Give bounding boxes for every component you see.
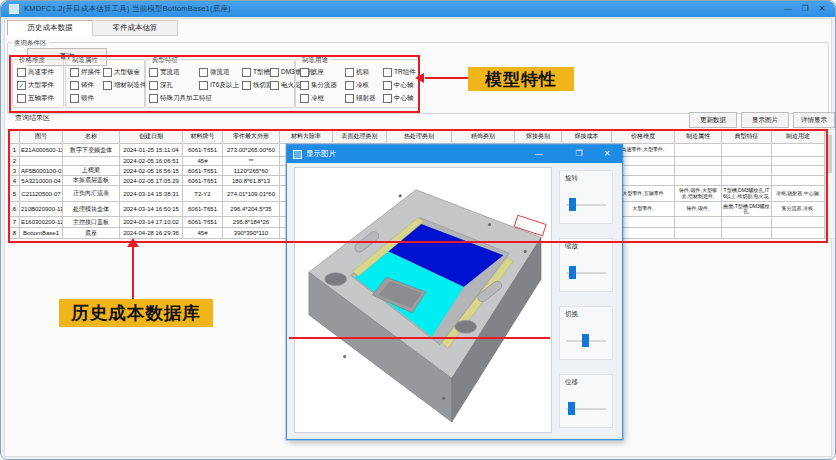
checkbox-icon (199, 81, 208, 90)
slider-thumb[interactable] (582, 334, 589, 347)
filter-checkbox[interactable]: 高速零件 (17, 66, 54, 79)
table-cell: 2024-02-05 17:05:29 (120, 176, 183, 186)
filter-checkbox[interactable]: 特殊刀具加工特征 (149, 92, 212, 105)
column-header[interactable]: 焊接类别 (515, 130, 562, 144)
column-header[interactable] (10, 130, 20, 144)
model-3d-svg (295, 168, 551, 432)
column-header[interactable]: 创建日期 (120, 130, 183, 144)
filter-checkbox[interactable]: ✓大型零件 (17, 79, 54, 92)
table-cell: 5A3210000-04 (20, 176, 63, 186)
filter-column: 焊接件铸件锻件 (70, 66, 101, 105)
column-header[interactable]: 零件最大外形 (223, 130, 280, 144)
table-cell: 2024-02-05 16:56:15 (120, 166, 183, 176)
tab-history-cost-data[interactable]: 历史成本数据 (7, 20, 93, 36)
table-cell: 1120*265*60 (223, 166, 280, 176)
table-cell: BottomBase1 (20, 228, 63, 239)
filter-checkbox[interactable]: 中心轴 (383, 79, 416, 92)
filter-checkbox[interactable]: 微流道 (199, 66, 239, 79)
model-viewer[interactable] (294, 167, 552, 433)
column-header[interactable]: 材料牌号 (183, 130, 223, 144)
minimize-button[interactable]: — (781, 3, 795, 15)
slider-thumb[interactable] (568, 402, 575, 415)
filter-checkbox-label: 底座 (311, 68, 324, 77)
column-header[interactable]: 制造用途 (772, 130, 825, 144)
table-cell (722, 144, 772, 157)
close-button[interactable]: ✕ (815, 3, 829, 15)
column-header[interactable]: 图号 (20, 130, 63, 144)
update-data-button[interactable]: 更新数据 (689, 112, 737, 128)
slider-thumb[interactable] (569, 198, 576, 211)
table-header-row: 图号名称创建日期材料牌号零件最大外形材料去除率表面处理类别热处理类别精饰类别焊接… (10, 130, 825, 144)
filter-checkbox[interactable]: 辐射器 (345, 92, 376, 105)
column-header[interactable]: 价格维度 (612, 130, 675, 144)
filter-checkbox[interactable]: 锻件 (70, 92, 101, 105)
table-cell (772, 176, 825, 186)
dialog-maximize-button[interactable]: ❐ (570, 145, 588, 163)
table-cell: 2024-04-28 16:29:36 (120, 228, 183, 239)
table-cell: 正负向汇流条 (63, 186, 120, 202)
table-scrollbar[interactable] (825, 129, 836, 239)
history-db-arrow-line (132, 246, 134, 299)
table-cell: 冷框,辐射器,中心轴, (772, 186, 825, 202)
checkbox-icon (300, 68, 309, 77)
filter-checkbox[interactable]: 机箱 (345, 66, 376, 79)
column-header[interactable]: 热处理类别 (387, 130, 452, 144)
filter-checkbox[interactable]: 五轴零件 (17, 92, 54, 105)
filter-checkbox[interactable]: 焊接件 (70, 66, 101, 79)
checkbox-icon (270, 68, 279, 77)
dialog-minimize-button[interactable]: — (530, 145, 548, 163)
filter-checkbox[interactable]: 中心轴 (383, 92, 416, 105)
filter-checkbox[interactable]: TR组件 (383, 66, 416, 79)
tab-part-cost-estimate[interactable]: 零件成本估算 (92, 20, 178, 36)
filter-checkbox-label: TR组件 (394, 68, 416, 77)
column-header[interactable]: 制造属性 (675, 130, 722, 144)
checkbox-icon (149, 81, 158, 90)
filter-checkbox[interactable]: T型槽 (242, 66, 273, 79)
filter-checkbox[interactable]: 大型钣金 (103, 66, 147, 79)
results-area-title: 查询结果区 (15, 113, 50, 123)
table-cell: 273.00*265.00*60 (223, 144, 280, 157)
column-header[interactable]: 表面处理类别 (333, 130, 387, 144)
table-cell: 2024-01-25 15:11:04 (120, 144, 183, 157)
column-header[interactable]: 焊接成本 (562, 130, 612, 144)
column-header[interactable]: 典型特征 (722, 130, 772, 144)
filter-checkbox-label: 高速零件 (28, 68, 54, 77)
dialog-close-button[interactable]: ✕ (598, 145, 616, 163)
image-dialog: 显示图片 — ❐ ✕ (286, 144, 623, 440)
table-cell (675, 217, 722, 228)
history-db-label: 历史成本数据库 (59, 299, 213, 327)
table-cell: 6061-T651 (183, 217, 223, 228)
checkbox-icon (149, 94, 158, 103)
filter-checkbox[interactable]: 冷板 (345, 79, 376, 92)
filter-checkbox[interactable]: IT6及以上 (199, 79, 239, 92)
detail-display-button[interactable]: 详情显示 (793, 112, 835, 128)
filter-checkbox-label: 特殊刀具加工特征 (160, 94, 212, 103)
filter-checkbox[interactable]: 集分流器 (300, 79, 337, 92)
column-header[interactable]: 材料去除率 (280, 130, 333, 144)
filter-checkbox[interactable]: 增材制造件 (103, 79, 147, 92)
table-cell (772, 144, 825, 157)
row-number: 8 (10, 228, 20, 239)
filter-checkbox[interactable]: 铸件 (70, 79, 101, 92)
table-cell: 6061-T651 (183, 166, 223, 176)
slider-thumb[interactable] (569, 266, 576, 279)
filter-checkbox[interactable]: 线切割 (242, 79, 273, 92)
slider-group: 缩放 (559, 238, 613, 292)
scrollbar-thumb[interactable] (827, 135, 832, 173)
filter-checkbox-label: 集分流器 (311, 81, 337, 90)
checkbox-icon (70, 94, 79, 103)
filter-checkbox[interactable]: 冷框 (300, 92, 337, 105)
filter-checkbox[interactable]: 底座 (300, 66, 337, 79)
column-header[interactable]: 精饰类别 (452, 130, 515, 144)
show-image-button[interactable]: 显示图片 (741, 112, 789, 128)
column-header[interactable]: 名称 (63, 130, 120, 144)
filter-checkbox-label: 增材制造件 (114, 81, 147, 90)
row-number: 1 (10, 144, 20, 157)
filter-checkbox-label: 铸件 (81, 81, 94, 90)
table-cell: 274.01*109.01*60 (223, 186, 280, 202)
table-cell: 2024-03-14 17:10:02 (120, 217, 183, 228)
maximize-button[interactable]: ❐ (798, 3, 812, 15)
model-feature-arrow-head (415, 73, 424, 83)
filter-group-title: 制造用途 (300, 56, 330, 65)
table-cell: 铸件,锻件, (675, 202, 722, 217)
